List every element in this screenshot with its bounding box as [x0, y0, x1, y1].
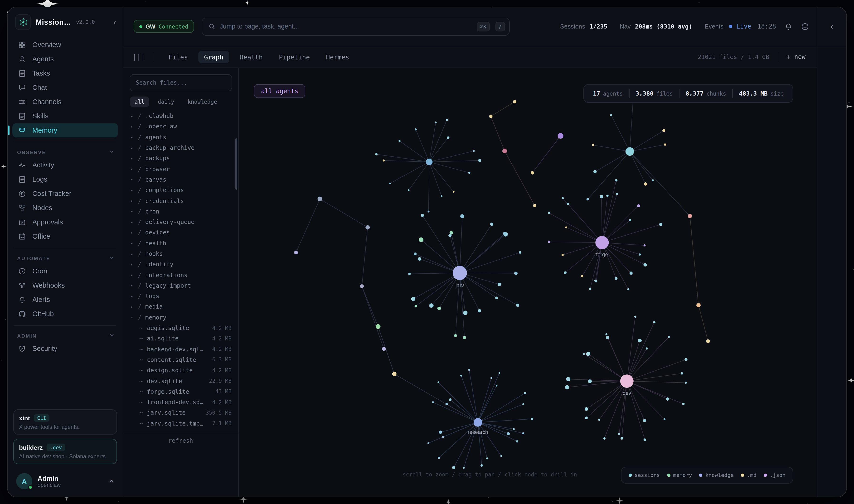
- bell-icon[interactable]: [784, 22, 793, 31]
- tree-folder-hooks[interactable]: ▸/hooks: [123, 249, 238, 259]
- tree-folder-browser[interactable]: ▸/browser: [123, 164, 238, 175]
- user-menu[interactable]: A Admin openclaw: [13, 468, 117, 492]
- right-panel-toggle[interactable]: ‹: [817, 7, 847, 46]
- global-search-input[interactable]: [220, 23, 471, 30]
- topbar-stats: Sessions 1/235 Nav 208ms (8310 avg) Even…: [560, 22, 817, 31]
- tree-file-frontend-dev-sq[interactable]: ~frontend-dev.sq…4.2 MB: [123, 397, 238, 408]
- filter-chip-daily[interactable]: daily: [153, 96, 179, 107]
- sidebar-item-github[interactable]: GitHub: [12, 307, 118, 321]
- tree-folder-logs[interactable]: ▸/logs: [123, 291, 238, 302]
- gateway-status-badge[interactable]: GW Connected: [133, 20, 194, 33]
- tree-file-jarv-sqlite[interactable]: ~jarv.sqlite350.5 MB: [123, 408, 238, 418]
- satellite-node: [588, 379, 592, 383]
- sidebar-item-tasks[interactable]: Tasks: [12, 66, 118, 80]
- tree-scrollbar[interactable]: [235, 138, 237, 190]
- tree-folder-credentials[interactable]: ▸/credentials: [123, 196, 238, 206]
- tree-folder-canvas[interactable]: ▸/canvas: [123, 175, 238, 185]
- tree-file-content-sqlite[interactable]: ~content.sqlite6.3 MB: [123, 355, 238, 365]
- tree-file-ai-sqlite[interactable]: ~ai.sqlite4.2 MB: [123, 333, 238, 344]
- tab-files[interactable]: Files: [163, 51, 194, 63]
- tab-hermes[interactable]: Hermes: [320, 51, 355, 63]
- tree-folder-delivery-queue[interactable]: ▸/delivery-queue: [123, 217, 238, 228]
- sidebar-item-channels[interactable]: Channels: [12, 95, 118, 109]
- file-search-input[interactable]: [130, 74, 232, 91]
- sidebar-item-alerts[interactable]: Alerts: [12, 292, 118, 307]
- sidebar-item-approvals[interactable]: Approvals: [12, 215, 118, 229]
- tab-pipeline[interactable]: Pipeline: [273, 51, 315, 63]
- satellite-node: [498, 283, 501, 286]
- tree-file-dev-sqlite[interactable]: ~dev.sqlite22.9 MB: [123, 376, 238, 386]
- tree-file-design-sqlite[interactable]: ~design.sqlite4.2 MB: [123, 365, 238, 376]
- refresh-button[interactable]: refresh: [123, 432, 238, 449]
- tree-folder-openclaw[interactable]: ▸/.openclaw: [123, 122, 238, 132]
- sidebar-item-cron[interactable]: Cron: [12, 264, 118, 278]
- tree-file-backend-dev-sql[interactable]: ~backend-dev.sql…4.2 MB: [123, 344, 238, 355]
- global-search[interactable]: ⌘K /: [202, 17, 510, 35]
- promo-card-xint[interactable]: xintCLIX power tools for agents.: [13, 409, 117, 435]
- sidebar-item-cost-tracker[interactable]: Cost Tracker: [12, 186, 118, 201]
- stray-node: [531, 171, 534, 175]
- graph-node-dev[interactable]: [620, 374, 634, 388]
- sidebar-item-overview[interactable]: Overview: [12, 38, 118, 52]
- graph-node-hub[interactable]: [426, 159, 433, 165]
- tree-folder-media[interactable]: ▸/media: [123, 302, 238, 312]
- live-label[interactable]: Live: [736, 23, 751, 30]
- sidebar-item-skills[interactable]: Skills: [12, 109, 118, 123]
- sidebar-item-label: Alerts: [32, 296, 50, 303]
- graph-node-jarv[interactable]: [453, 266, 467, 280]
- tree-folder-backups[interactable]: ▸/backups: [123, 153, 238, 164]
- sidebar-item-nodes[interactable]: Nodes: [12, 201, 118, 215]
- skills-icon: [18, 112, 26, 120]
- agents-filter-chip[interactable]: all agents: [254, 84, 306, 98]
- tree-file-forge-sqlite[interactable]: ~forge.sqlite43 MB: [123, 386, 238, 397]
- tree-folder-identity[interactable]: ▸/identity: [123, 259, 238, 270]
- promo-card-builderz[interactable]: builderz.devAI-native dev shop · Solana …: [13, 439, 117, 464]
- section-header-automate[interactable]: AUTOMATE: [14, 252, 116, 264]
- tree-folder-clawhub[interactable]: ▸/.clawhub: [123, 111, 238, 122]
- sidebar-item-security[interactable]: Security: [12, 341, 118, 356]
- sidebar-item-agents[interactable]: Agents: [12, 52, 118, 66]
- sidebar-collapse-icon[interactable]: ‹: [113, 18, 116, 26]
- section-header-observe[interactable]: OBSERVE: [14, 146, 116, 158]
- smiley-icon[interactable]: [801, 22, 809, 31]
- satellite-node: [460, 375, 462, 376]
- sidebar-item-activity[interactable]: Activity: [12, 158, 118, 172]
- graph-node-research[interactable]: [474, 418, 482, 427]
- satellite-node: [447, 137, 449, 139]
- satellite-node: [411, 297, 416, 301]
- tree-folder-cron[interactable]: ▸/cron: [123, 206, 238, 217]
- card-top: builderz.dev: [19, 444, 111, 451]
- tree-folder-completions[interactable]: ▸/completions: [123, 185, 238, 196]
- tree-folder-backup-archive[interactable]: ▸/backup-archive: [123, 143, 238, 153]
- tab-graph[interactable]: Graph: [198, 51, 229, 63]
- network-canvas[interactable]: jarvforgedevresearch: [239, 68, 817, 497]
- tree-folder-legacy-import[interactable]: ▸/legacy-import: [123, 281, 238, 291]
- layout-columns-icon[interactable]: |||: [133, 53, 145, 60]
- stat-agents: 17agents: [587, 89, 629, 98]
- satellite-node: [664, 143, 666, 146]
- sidebar-item-webhooks[interactable]: Webhooks: [12, 278, 118, 292]
- graph-node-forge[interactable]: [595, 236, 608, 249]
- sidebar-item-office[interactable]: Office: [12, 229, 118, 244]
- chevron-up-icon[interactable]: [109, 477, 114, 485]
- satellite-node: [383, 160, 385, 162]
- tree-file-aegis-sqlite[interactable]: ~aegis.sqlite4.2 MB: [123, 323, 238, 334]
- graph-node-hub[interactable]: [625, 147, 634, 156]
- sidebar-item-chat[interactable]: Chat: [12, 80, 118, 95]
- sidebar-item-memory[interactable]: Memory: [12, 123, 118, 138]
- new-file-button[interactable]: + new: [787, 53, 805, 60]
- tree-folder-memory[interactable]: ▾/memory: [123, 312, 238, 323]
- tree-folder-health[interactable]: ▸/health: [123, 238, 238, 249]
- app-title: Mission…: [36, 18, 71, 26]
- filter-chip-all[interactable]: all: [130, 96, 149, 107]
- section-header-admin[interactable]: ADMIN: [14, 330, 116, 341]
- tree-folder-devices[interactable]: ▸/devices: [123, 228, 238, 238]
- tree-folder-agents[interactable]: ▸/agents: [123, 132, 238, 143]
- tree-file-jarv-sqlite-tmp[interactable]: ~jarv.sqlite.tmp…7.1 MB: [123, 418, 238, 429]
- tree-folder-integrations[interactable]: ▸/integrations: [123, 270, 238, 281]
- tab-health[interactable]: Health: [234, 51, 269, 63]
- filter-chip-knowledge[interactable]: knowledge: [183, 96, 222, 107]
- search-icon: [208, 23, 215, 30]
- tree-collapsed-icon: ▸: [131, 220, 138, 224]
- sidebar-item-logs[interactable]: Logs: [12, 172, 118, 186]
